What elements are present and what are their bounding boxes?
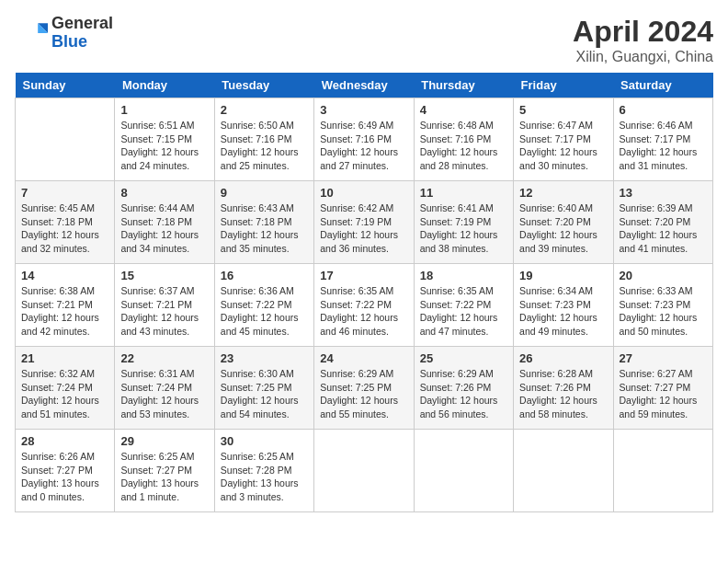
calendar-cell: 23Sunrise: 6:30 AMSunset: 7:25 PMDayligh…	[214, 347, 313, 430]
day-number: 9	[221, 186, 308, 200]
calendar-table: SundayMondayTuesdayWednesdayThursdayFrid…	[15, 73, 713, 512]
month-title: April 2024	[573, 15, 713, 49]
day-info: Sunrise: 6:49 AMSunset: 7:16 PMDaylight:…	[320, 119, 407, 173]
weekday-header-row: SundayMondayTuesdayWednesdayThursdayFrid…	[16, 73, 713, 98]
calendar-cell: 20Sunrise: 6:33 AMSunset: 7:23 PMDayligh…	[613, 264, 712, 347]
calendar-cell: 9Sunrise: 6:43 AMSunset: 7:18 PMDaylight…	[214, 181, 313, 264]
day-info: Sunrise: 6:35 AMSunset: 7:22 PMDaylight:…	[420, 284, 507, 339]
weekday-header-friday: Friday	[514, 73, 613, 98]
day-number: 10	[320, 186, 407, 200]
day-info: Sunrise: 6:30 AMSunset: 7:25 PMDaylight:…	[221, 367, 308, 421]
day-info: Sunrise: 6:28 AMSunset: 7:26 PMDaylight:…	[519, 367, 607, 421]
calendar-cell: 28Sunrise: 6:26 AMSunset: 7:27 PMDayligh…	[16, 430, 115, 512]
calendar-cell: 12Sunrise: 6:40 AMSunset: 7:20 PMDayligh…	[514, 181, 613, 264]
logo-general-text: General	[51, 15, 113, 33]
calendar-cell: 13Sunrise: 6:39 AMSunset: 7:20 PMDayligh…	[613, 181, 712, 264]
day-info: Sunrise: 6:41 AMSunset: 7:19 PMDaylight:…	[420, 201, 507, 256]
calendar-cell: 10Sunrise: 6:42 AMSunset: 7:19 PMDayligh…	[314, 181, 414, 264]
day-number: 30	[221, 434, 308, 448]
week-row-2: 7Sunrise: 6:45 AMSunset: 7:18 PMDaylight…	[16, 181, 713, 264]
day-info: Sunrise: 6:34 AMSunset: 7:23 PMDaylight:…	[519, 284, 607, 339]
day-number: 20	[620, 269, 707, 282]
weekday-header-monday: Monday	[115, 73, 214, 98]
calendar-cell: 15Sunrise: 6:37 AMSunset: 7:21 PMDayligh…	[115, 264, 214, 347]
day-number: 7	[21, 186, 108, 200]
logo-blue-text: Blue	[51, 33, 113, 52]
logo-icon	[15, 17, 48, 50]
day-info: Sunrise: 6:27 AMSunset: 7:27 PMDaylight:…	[620, 367, 707, 421]
day-number: 6	[620, 103, 707, 117]
day-number: 4	[420, 103, 507, 117]
calendar-cell: 18Sunrise: 6:35 AMSunset: 7:22 PMDayligh…	[414, 264, 513, 347]
day-info: Sunrise: 6:35 AMSunset: 7:22 PMDaylight:…	[320, 284, 407, 339]
calendar-cell: 27Sunrise: 6:27 AMSunset: 7:27 PMDayligh…	[613, 347, 712, 430]
logo: General Blue	[15, 15, 113, 52]
calendar-cell: 11Sunrise: 6:41 AMSunset: 7:19 PMDayligh…	[414, 181, 513, 264]
calendar-cell	[414, 430, 513, 512]
weekday-header-wednesday: Wednesday	[314, 73, 414, 98]
week-row-3: 14Sunrise: 6:38 AMSunset: 7:21 PMDayligh…	[16, 264, 713, 347]
day-number: 8	[120, 186, 208, 200]
weekday-header-sunday: Sunday	[16, 73, 115, 98]
calendar-cell: 5Sunrise: 6:47 AMSunset: 7:17 PMDaylight…	[514, 98, 613, 181]
location-subtitle: Xilin, Guangxi, China	[573, 49, 713, 65]
day-info: Sunrise: 6:37 AMSunset: 7:21 PMDaylight:…	[120, 284, 208, 339]
day-number: 25	[420, 351, 507, 365]
day-info: Sunrise: 6:45 AMSunset: 7:18 PMDaylight:…	[21, 201, 108, 256]
day-info: Sunrise: 6:33 AMSunset: 7:23 PMDaylight:…	[620, 284, 707, 339]
calendar-cell: 26Sunrise: 6:28 AMSunset: 7:26 PMDayligh…	[514, 347, 613, 430]
day-info: Sunrise: 6:46 AMSunset: 7:17 PMDaylight:…	[620, 119, 707, 173]
day-number: 28	[21, 434, 108, 448]
day-info: Sunrise: 6:32 AMSunset: 7:24 PMDaylight:…	[21, 367, 108, 421]
week-row-1: 1Sunrise: 6:51 AMSunset: 7:15 PMDaylight…	[16, 98, 713, 181]
day-number: 13	[620, 186, 707, 200]
day-info: Sunrise: 6:48 AMSunset: 7:16 PMDaylight:…	[420, 119, 507, 173]
day-info: Sunrise: 6:44 AMSunset: 7:18 PMDaylight:…	[120, 201, 208, 256]
calendar-cell: 17Sunrise: 6:35 AMSunset: 7:22 PMDayligh…	[314, 264, 414, 347]
calendar-cell: 24Sunrise: 6:29 AMSunset: 7:25 PMDayligh…	[314, 347, 414, 430]
day-number: 15	[120, 269, 208, 282]
calendar-cell: 30Sunrise: 6:25 AMSunset: 7:28 PMDayligh…	[214, 430, 313, 512]
day-number: 23	[221, 351, 308, 365]
day-info: Sunrise: 6:26 AMSunset: 7:27 PMDaylight:…	[21, 450, 108, 504]
day-info: Sunrise: 6:47 AMSunset: 7:17 PMDaylight:…	[519, 119, 607, 173]
calendar-cell: 7Sunrise: 6:45 AMSunset: 7:18 PMDaylight…	[16, 181, 115, 264]
day-number: 21	[21, 351, 108, 365]
day-info: Sunrise: 6:31 AMSunset: 7:24 PMDaylight:…	[120, 367, 208, 421]
day-info: Sunrise: 6:25 AMSunset: 7:28 PMDaylight:…	[221, 450, 308, 504]
day-number: 12	[519, 186, 607, 200]
calendar-cell: 6Sunrise: 6:46 AMSunset: 7:17 PMDaylight…	[613, 98, 712, 181]
calendar-cell	[314, 430, 414, 512]
calendar-cell: 29Sunrise: 6:25 AMSunset: 7:27 PMDayligh…	[115, 430, 214, 512]
day-number: 16	[221, 269, 308, 282]
calendar-cell: 3Sunrise: 6:49 AMSunset: 7:16 PMDaylight…	[314, 98, 414, 181]
calendar-cell: 8Sunrise: 6:44 AMSunset: 7:18 PMDaylight…	[115, 181, 214, 264]
week-row-4: 21Sunrise: 6:32 AMSunset: 7:24 PMDayligh…	[16, 347, 713, 430]
day-number: 5	[519, 103, 607, 117]
day-number: 27	[620, 351, 707, 365]
day-info: Sunrise: 6:50 AMSunset: 7:16 PMDaylight:…	[221, 119, 308, 173]
day-number: 1	[120, 103, 208, 117]
calendar-cell: 21Sunrise: 6:32 AMSunset: 7:24 PMDayligh…	[16, 347, 115, 430]
calendar-cell: 2Sunrise: 6:50 AMSunset: 7:16 PMDaylight…	[214, 98, 313, 181]
title-area: April 2024 Xilin, Guangxi, China	[573, 15, 713, 65]
calendar-cell: 14Sunrise: 6:38 AMSunset: 7:21 PMDayligh…	[16, 264, 115, 347]
day-info: Sunrise: 6:43 AMSunset: 7:18 PMDaylight:…	[221, 201, 308, 256]
calendar-cell: 1Sunrise: 6:51 AMSunset: 7:15 PMDaylight…	[115, 98, 214, 181]
day-info: Sunrise: 6:42 AMSunset: 7:19 PMDaylight:…	[320, 201, 407, 256]
calendar-cell	[613, 430, 712, 512]
day-number: 3	[320, 103, 407, 117]
calendar-cell	[514, 430, 613, 512]
day-info: Sunrise: 6:29 AMSunset: 7:26 PMDaylight:…	[420, 367, 507, 421]
day-number: 24	[320, 351, 407, 365]
day-info: Sunrise: 6:40 AMSunset: 7:20 PMDaylight:…	[519, 201, 607, 256]
day-number: 29	[120, 434, 208, 448]
day-number: 17	[320, 269, 407, 282]
calendar-cell: 19Sunrise: 6:34 AMSunset: 7:23 PMDayligh…	[514, 264, 613, 347]
day-info: Sunrise: 6:38 AMSunset: 7:21 PMDaylight:…	[21, 284, 108, 339]
day-info: Sunrise: 6:39 AMSunset: 7:20 PMDaylight:…	[620, 201, 707, 256]
day-number: 14	[21, 269, 108, 282]
day-number: 26	[519, 351, 607, 365]
day-number: 11	[420, 186, 507, 200]
day-info: Sunrise: 6:25 AMSunset: 7:27 PMDaylight:…	[120, 450, 208, 504]
